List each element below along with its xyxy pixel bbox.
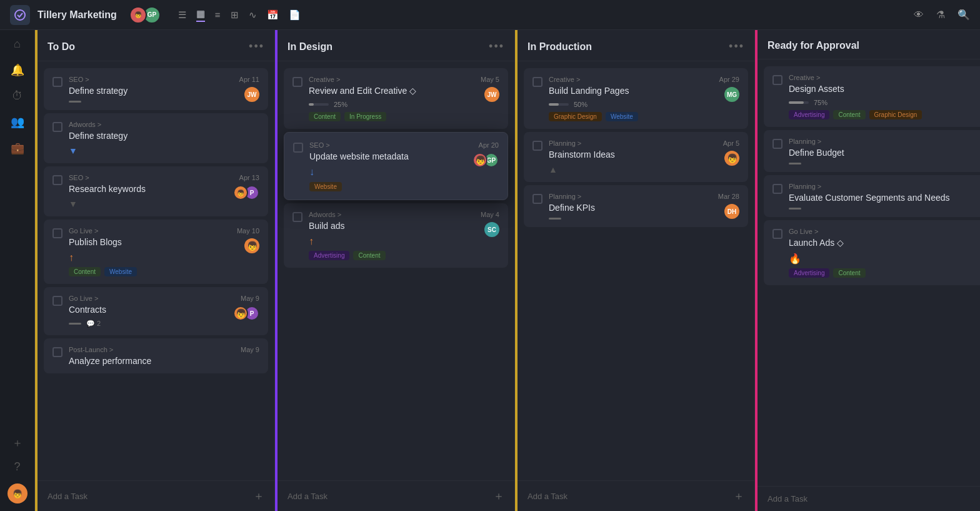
- todo-menu[interactable]: •••: [249, 40, 264, 53]
- sidebar: ⌂ 🔔 ⏱ 👥 💼 ＋ ? 👦: [0, 30, 35, 511]
- card-checkbox[interactable]: [52, 77, 62, 87]
- in-design-cards: Creative > Review and Edit Creative ◇ 25…: [278, 61, 514, 480]
- eye-icon[interactable]: 👁: [914, 9, 924, 21]
- card-postlaunch-analyze[interactable]: Post-Launch > Analyze performance May 9: [44, 338, 268, 373]
- card-date: Apr 20: [479, 141, 499, 149]
- tag-website: Website: [309, 182, 342, 191]
- card-checkbox[interactable]: [293, 143, 303, 153]
- card-checkbox[interactable]: [772, 75, 782, 85]
- priority-minus: [69, 101, 81, 103]
- card-category: Planning >: [549, 193, 718, 200]
- filter-icon[interactable]: ⚗: [936, 9, 945, 21]
- card-date: May 9: [241, 295, 259, 302]
- app-title: Tillery Marketing: [38, 9, 117, 21]
- card-checkbox[interactable]: [772, 139, 782, 149]
- add-task-in-design[interactable]: Add a Task ＋: [278, 480, 514, 511]
- priority-up-icon: ↑: [69, 252, 74, 263]
- card-golive-contracts[interactable]: Go Live > Contracts 💬 2 May 9 �: [44, 287, 268, 335]
- card-adwords-build-ads[interactable]: Adwords > Build ads ↑ Advertising Conten…: [284, 203, 508, 268]
- avatar-face3: 👦: [472, 153, 488, 168]
- card-checkbox[interactable]: [532, 77, 542, 87]
- card-category: Planning >: [789, 138, 979, 145]
- in-design-menu[interactable]: •••: [489, 40, 504, 53]
- column-ready-for-approval: Ready for Approval Creative > Design Ass…: [755, 30, 980, 511]
- sidebar-home-icon[interactable]: ⌂: [14, 38, 21, 51]
- sidebar-clock-icon[interactable]: ⏱: [12, 89, 23, 103]
- in-production-menu[interactable]: •••: [729, 40, 744, 53]
- card-adwords-define-strategy[interactable]: Adwords > Define strategy ▼: [44, 113, 268, 163]
- grid-icon[interactable]: ⊞: [231, 9, 239, 21]
- card-category: Planning >: [789, 183, 979, 190]
- card-planning-brainstorm[interactable]: Planning > Brainstorm Ideas ▲ Apr 5 👦: [524, 132, 748, 182]
- ready-header: Ready for Approval: [758, 30, 980, 59]
- avatar-face1: 👦: [233, 306, 248, 321]
- app-logo[interactable]: [10, 5, 30, 25]
- popup-card-update-metadata[interactable]: SEO > Update website metadata ↓ Website …: [284, 132, 508, 200]
- sidebar-help-icon[interactable]: ?: [14, 460, 20, 473]
- card-seo-define-strategy[interactable]: SEO > Define strategy Apr 11 JW: [44, 68, 268, 110]
- card-date: Mar 28: [718, 193, 739, 200]
- sidebar-bell-icon[interactable]: 🔔: [11, 63, 24, 77]
- column-todo: To Do ••• SEO > Define strategy: [35, 30, 275, 511]
- list-icon[interactable]: ☰: [178, 9, 186, 21]
- add-task-plus-icon2: ＋: [493, 488, 504, 503]
- column-in-production: In Production ••• Creative > Build Landi…: [515, 30, 755, 511]
- add-task-plus-icon3: ＋: [733, 488, 744, 503]
- tag-content4: Content: [833, 268, 865, 278]
- card-checkbox[interactable]: [52, 296, 62, 306]
- calendar-icon[interactable]: 📅: [267, 9, 279, 21]
- card-checkbox[interactable]: [772, 229, 782, 239]
- card-checkbox[interactable]: [52, 122, 62, 132]
- card-checkbox[interactable]: [532, 141, 542, 151]
- activity-icon[interactable]: ∿: [249, 9, 257, 21]
- card-checkbox[interactable]: [532, 194, 542, 204]
- add-task-in-production[interactable]: Add a Task ＋: [518, 480, 754, 511]
- tag-graphic-design: Graphic Design: [549, 112, 602, 121]
- progress-label2: 50%: [574, 101, 588, 108]
- add-task-todo[interactable]: Add a Task ＋: [38, 480, 274, 511]
- sidebar-users-icon[interactable]: 👥: [11, 115, 24, 129]
- in-design-body: In Design ••• Creative > Review and Edit…: [278, 30, 514, 511]
- avatar-1[interactable]: 👦: [129, 6, 147, 24]
- card-date: May 4: [481, 211, 499, 218]
- card-checkbox[interactable]: [292, 212, 302, 222]
- collapse-icon: ▼: [69, 146, 78, 156]
- card-creative-review[interactable]: Creative > Review and Edit Creative ◇ 25…: [284, 68, 508, 129]
- sidebar-briefcase-icon[interactable]: 💼: [11, 141, 24, 155]
- align-left-icon[interactable]: ≡: [215, 9, 221, 20]
- card-golive-publish-blogs[interactable]: Go Live > Publish Blogs ↑ Content Websit…: [44, 220, 268, 284]
- card-category: Go Live >: [69, 227, 237, 235]
- card-title: Contracts: [69, 305, 233, 315]
- add-task-ready[interactable]: Add a Task: [758, 486, 980, 511]
- avatar-sc: SC: [484, 222, 499, 237]
- card-checkbox[interactable]: [52, 175, 62, 185]
- card-creative-landing-pages[interactable]: Creative > Build Landing Pages 50% Graph…: [524, 68, 748, 129]
- card-golive-launch-ads[interactable]: Go Live > Launch Ads ◇ 🔥 Advertising Con…: [764, 220, 980, 285]
- card-seo-research-keywords[interactable]: SEO > Research keywords ▼ Apr 13 👦: [44, 166, 268, 216]
- card-planning-define-kpis[interactable]: Planning > Define KPIs Mar 28 DH: [524, 185, 748, 227]
- search-icon[interactable]: 🔍: [958, 9, 970, 21]
- sidebar-plus-icon[interactable]: ＋: [12, 435, 23, 450]
- bar-chart-icon[interactable]: ▦: [196, 8, 205, 22]
- card-checkbox[interactable]: [52, 347, 62, 357]
- card-title: Evaluate Customer Segments and Needs: [789, 193, 979, 203]
- avatar-dh: 👦: [233, 185, 248, 200]
- file-icon[interactable]: 📄: [289, 9, 301, 21]
- card-creative-design-assets[interactable]: Creative > Design Assets 75% Advertising…: [764, 66, 980, 127]
- tag-advertising2: Advertising: [789, 110, 829, 119]
- svg-point-0: [15, 10, 25, 20]
- tag-content2: Content: [353, 251, 385, 260]
- in-production-title: In Production: [528, 41, 592, 53]
- card-checkbox[interactable]: [772, 184, 782, 194]
- card-checkbox[interactable]: [52, 228, 62, 238]
- tag-content: Content: [69, 267, 101, 276]
- topbar-right-icons: 👁 ⚗ 🔍: [914, 9, 970, 21]
- priority-minus: [69, 323, 81, 325]
- avatar-face4: 👦: [724, 151, 739, 166]
- tag-content3: Content: [833, 110, 865, 119]
- card-planning-evaluate-customer[interactable]: Planning > Evaluate Customer Segments an…: [764, 175, 980, 217]
- card-category: Creative >: [549, 76, 719, 83]
- sidebar-user-avatar[interactable]: 👦: [8, 483, 28, 503]
- card-planning-define-budget[interactable]: Planning > Define Budget: [764, 130, 980, 172]
- card-checkbox[interactable]: [292, 77, 302, 87]
